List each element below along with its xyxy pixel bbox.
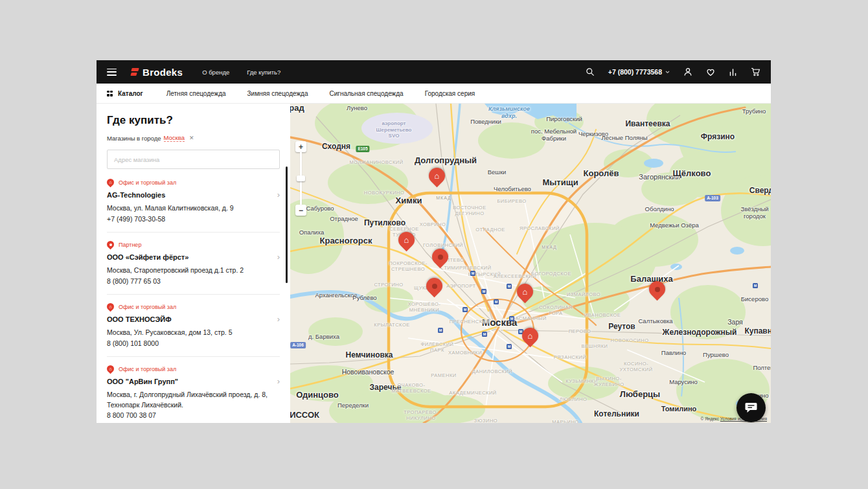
search-icon[interactable]	[586, 67, 595, 76]
header-nav: О брендеГде купить?	[202, 69, 280, 76]
subnav-link[interactable]: Городская серия	[425, 90, 475, 97]
chevron-down-icon	[665, 71, 670, 74]
map-zoom-control: + −	[295, 141, 306, 216]
store-type-row: ⌂Офис и торговый зал	[107, 303, 280, 310]
zoom-slider-track[interactable]	[300, 152, 302, 205]
store-list-item[interactable]: ⌂Офис и торговый залООО ТЕХНОСЭЙФ›Москва…	[107, 295, 280, 357]
metro-icon: М	[470, 271, 475, 276]
compare-icon[interactable]	[729, 68, 737, 76]
store-list-item[interactable]: ⌂Офис и торговый залООО "АрВин Групп"›Мо…	[107, 357, 280, 423]
pin-office-icon: ⌂	[106, 302, 116, 312]
header-phone[interactable]: +7 (800) 7773568	[608, 68, 670, 76]
subnav-link[interactable]: Зимняя спецодежда	[247, 90, 308, 97]
metro-icon: М	[482, 332, 487, 337]
map-pin-office[interactable]: ⌂	[394, 229, 417, 251]
header-left: Brodeks О брендеГде купить?	[107, 67, 280, 78]
zoom-in-button[interactable]: +	[295, 141, 306, 152]
store-type-label: Офис и торговый зал	[119, 304, 176, 310]
chevron-right-icon[interactable]: ›	[277, 315, 280, 323]
brand-logo-icon	[131, 68, 139, 76]
catalog-nav: Каталог Летняя спецодеждаЗимняя спецодеж…	[97, 84, 771, 104]
airport-area	[361, 113, 433, 144]
city-filter-label: Магазины в городе	[107, 135, 161, 142]
map-pin-office[interactable]: ⌂	[513, 280, 536, 303]
map-copyright: © Яндекс	[701, 416, 719, 421]
brand-logo[interactable]: Brodeks	[131, 67, 183, 78]
store-type-row: ⌂Офис и торговый зал	[107, 365, 280, 372]
road-badge: E105	[356, 146, 369, 152]
store-address: Москва, г. Долгопрудный Лихачёвский прое…	[107, 390, 280, 410]
catalog-button[interactable]: Каталог	[107, 90, 143, 97]
store-name: AG-Technologies	[107, 191, 165, 199]
map-pin-partner[interactable]	[422, 275, 445, 297]
page-title: Где купить?	[107, 114, 280, 127]
store-list-item[interactable]: ПартнерООО «Сэйфети фёрст»›Москва, Старо…	[107, 233, 280, 295]
browser-page: Brodeks О брендеГде купить? +7 (800) 777…	[97, 60, 771, 423]
list-scrollbar[interactable]	[286, 166, 288, 283]
store-type-row: Партнер	[107, 241, 280, 248]
header-nav-link[interactable]: О бренде	[202, 69, 229, 76]
grid-icon	[107, 91, 113, 97]
brand-logo-text: Brodeks	[143, 67, 183, 78]
header-nav-link[interactable]: Где купить?	[247, 69, 280, 76]
map-pin-glyph: ⌂	[398, 232, 415, 248]
page-content: Где купить? Магазины в городе Москва ✕ ⌂…	[97, 104, 771, 423]
store-locator-sidebar: Где купить? Магазины в городе Москва ✕ ⌂…	[97, 104, 290, 423]
chevron-right-icon[interactable]: ›	[277, 253, 280, 261]
store-phone: +7 (499) 703-30-58	[107, 214, 280, 225]
store-address: Москва, Ул. Русаковская, дом 13, стр. 5	[107, 328, 280, 338]
store-type-row: ⌂Офис и торговый зал	[107, 179, 280, 186]
pin-glyph: ⌂	[107, 179, 114, 186]
store-name: ООО ТЕХНОСЭЙФ	[107, 315, 172, 323]
pin-office-icon: ⌂	[106, 177, 116, 188]
close-icon[interactable]: ✕	[189, 135, 194, 141]
map-pin-glyph	[426, 278, 442, 294]
map-pin-partner[interactable]	[428, 245, 451, 268]
map-pin-office[interactable]: ⌂	[425, 165, 448, 187]
desktop-background: Brodeks О брендеГде купить? +7 (800) 777…	[0, 0, 868, 489]
map-pin-glyph	[649, 281, 665, 297]
store-name: ООО «Сэйфети фёрст»	[107, 253, 188, 261]
cart-icon[interactable]	[751, 67, 760, 76]
zoom-out-button[interactable]: −	[295, 205, 306, 216]
city-link[interactable]: Москва	[164, 134, 185, 142]
heart-icon[interactable]	[706, 68, 715, 76]
map-pin-partner[interactable]	[645, 278, 668, 301]
store-phone: 8 (800) 101 8000	[107, 339, 280, 349]
subnav-link[interactable]: Летняя спецодежда	[166, 90, 226, 97]
catalog-label: Каталог	[118, 90, 143, 97]
pin-partner-icon	[106, 240, 116, 250]
store-type-label: Партнер	[119, 242, 141, 248]
chevron-right-icon[interactable]: ›	[277, 377, 280, 385]
store-type-label: Офис и торговый зал	[119, 179, 176, 186]
category-links: Летняя спецодеждаЗимняя спецодеждаСигнал…	[166, 90, 475, 97]
store-name-row: AG-Technologies›	[107, 190, 280, 199]
store-list-item[interactable]: ⌂Офис и торговый залAG-Technologies›Моск…	[107, 170, 280, 233]
map-pin-office[interactable]: ⌂	[518, 324, 541, 347]
metro-icon: М	[507, 344, 512, 349]
metro-icon: М	[753, 283, 758, 288]
map-pin-glyph: ⌂	[522, 328, 538, 344]
road-badge: А-103	[705, 195, 720, 201]
hamburger-icon[interactable]	[107, 69, 117, 76]
map-pin-glyph	[432, 249, 448, 265]
pin-house-icon: ⌂	[522, 288, 527, 296]
chat-widget-button[interactable]	[737, 393, 766, 422]
subnav-link[interactable]: Сигнальная спецодежда	[330, 90, 404, 97]
store-address: Москва, ул. Малая Калитниковская, д. 9	[107, 203, 280, 214]
zoom-slider-handle[interactable]	[297, 176, 305, 181]
user-icon[interactable]	[683, 67, 692, 76]
pin-house-icon: ⌂	[404, 236, 409, 244]
store-name: ООО "АрВин Групп"	[107, 378, 178, 385]
store-address: Москва, Старопетровский проезд д.1 стр. …	[107, 266, 280, 276]
address-search-input[interactable]	[107, 150, 280, 169]
store-list: ⌂Офис и торговый залAG-Technologies›Моск…	[107, 170, 280, 423]
header-right: +7 (800) 7773568	[586, 67, 760, 76]
site-header: Brodeks О брендеГде купить? +7 (800) 777…	[97, 60, 771, 84]
pin-glyph: ⌂	[107, 303, 114, 310]
chat-bubble-icon	[744, 402, 758, 414]
metro-icon: М	[494, 299, 499, 304]
map[interactable]: ЗеленоградЛуневоПоведникиТрубиноПироговс…	[290, 104, 771, 423]
store-phone: 8 (800) 777 65 03	[107, 277, 280, 287]
chevron-right-icon[interactable]: ›	[277, 190, 280, 199]
